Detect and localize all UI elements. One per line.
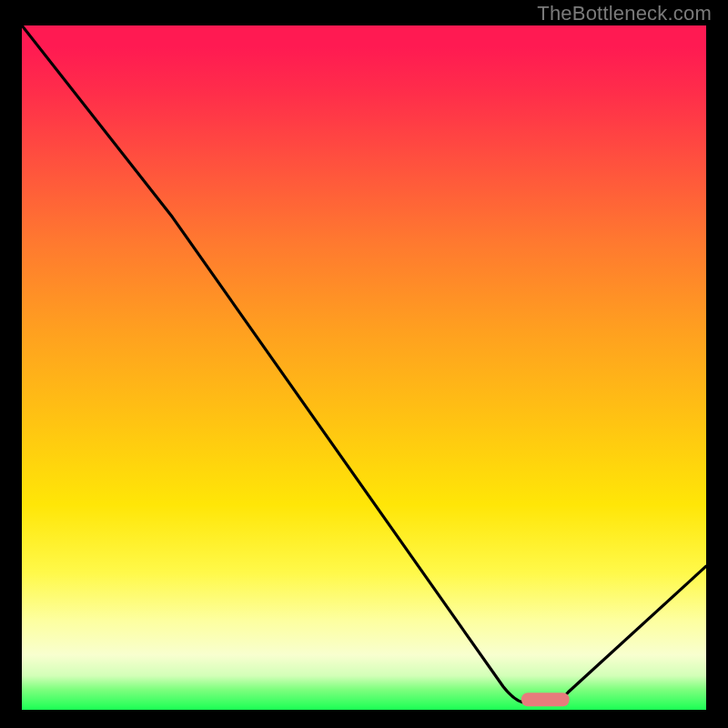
attribution-text: TheBottleneck.com [537,2,712,25]
optimal-marker [521,693,570,706]
bottleneck-curve [22,25,706,703]
chart-frame: TheBottleneck.com [0,0,728,728]
plot-area [22,25,706,710]
bottleneck-curve-svg [22,25,706,710]
